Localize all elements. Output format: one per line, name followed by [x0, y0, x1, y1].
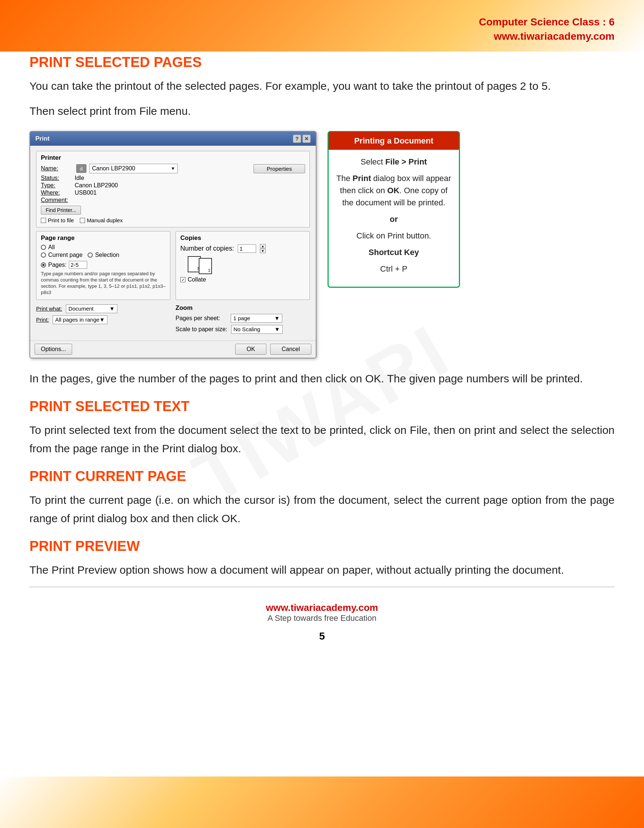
selection-radio[interactable] [88, 252, 93, 257]
options-button[interactable]: Options... [34, 344, 72, 355]
copies-input[interactable] [238, 245, 256, 253]
pages-per-sheet-combo[interactable]: 1 page ▼ [231, 314, 282, 323]
pages-per-sheet-label: Pages per sheet: [175, 315, 227, 321]
dialog-close-btn[interactable]: ✕ [302, 135, 310, 143]
footer-separator [30, 586, 614, 587]
header-title: Computer Science Class : 6 [479, 15, 614, 29]
print-current-para: To print the current page (i.e. on which… [30, 491, 614, 527]
manual-duplex-checkbox[interactable] [80, 218, 85, 223]
pages-per-sheet-arrow-icon: ▼ [274, 315, 280, 321]
print-what-row: Print what: Document ▼ [36, 304, 171, 313]
pages-hint-text: Type page numbers and/or page ranges sep… [41, 271, 166, 296]
current-page-radio[interactable] [41, 252, 46, 257]
name-label: Name: [41, 165, 74, 172]
print-preview-para: The Print Preview option shows how a doc… [30, 561, 614, 579]
current-page-radio-row[interactable]: Current page [41, 252, 82, 258]
section-heading-print-pages: PRINT SELECTED PAGES [30, 55, 614, 70]
section-heading-print-current: PRINT CURRENT PAGE [30, 469, 614, 484]
collate-row[interactable]: Collate [180, 276, 305, 283]
print-dialog[interactable]: Print ? ✕ Printer Name: 🖨 Canon LBP290 [30, 131, 317, 358]
dialog-help-btn[interactable]: ? [293, 135, 301, 143]
info-line1: Select File > Print [335, 156, 452, 168]
printer-name-value: Canon LBP2900 [92, 165, 135, 172]
dialog-title: Print [35, 135, 50, 143]
pages-radio-row[interactable]: Pages: [41, 261, 166, 269]
scale-arrow-icon: ▼ [274, 326, 280, 332]
info-line2: The Print dialog box will appear then cl… [335, 172, 452, 209]
info-or-text: or [335, 213, 452, 225]
page-footer: www.tiwariacademy.com A Step towards fre… [30, 602, 614, 623]
comment-label: Comment: [41, 197, 74, 204]
print-to-file-label[interactable]: Print to file [41, 217, 74, 223]
ok-button[interactable]: OK [235, 344, 266, 355]
print-combo[interactable]: All pages in range ▼ [53, 315, 107, 324]
dialog-footer-right: OK Cancel [235, 344, 311, 355]
copies-label: Copies [180, 234, 305, 242]
print-arrow-icon: ▼ [99, 317, 105, 323]
printer-group-label: Printer [41, 154, 305, 162]
all-radio[interactable] [41, 245, 46, 250]
section-para-2: Then select print from File menu. [30, 102, 614, 120]
scale-value: No Scaling [233, 326, 260, 332]
print-what-value: Document [69, 306, 94, 312]
copies-spinner[interactable]: ▲ ▼ [260, 244, 266, 253]
scale-row: Scale to paper size: No Scaling ▼ [175, 325, 310, 334]
manual-duplex-label[interactable]: Manual duplex [80, 217, 123, 223]
selection-radio-row[interactable]: Selection [88, 252, 119, 258]
copies-row: Number of copies: ▲ ▼ [180, 244, 305, 253]
print-row: Print: All pages in range ▼ [36, 315, 171, 324]
printer-group: Printer Name: 🖨 Canon LBP2900 ▼ Properti… [36, 151, 310, 227]
print-to-file-checkbox[interactable] [41, 218, 46, 223]
print-value: All pages in range [55, 317, 99, 323]
shortcut-key-value: Ctrl + P [335, 263, 452, 275]
print-what-arrow-icon: ▼ [109, 306, 115, 312]
page-number: 5 [30, 630, 614, 642]
zoom-area: Zoom Pages per sheet: 1 page ▼ Scale to … [175, 304, 310, 336]
print-text-para: To print selected text from the document… [30, 421, 614, 458]
after-dialog-text: In the pages, give the number of the pag… [30, 370, 614, 388]
info-box-body: Select File > Print The Print dialog box… [329, 156, 459, 275]
pages-per-sheet-row: Pages per sheet: 1 page ▼ [175, 314, 310, 323]
find-printer-button[interactable]: Find Printer... [41, 206, 81, 215]
where-value: USB001 [75, 190, 305, 196]
all-radio-row[interactable]: All [41, 244, 166, 251]
collate-checkbox[interactable] [180, 277, 185, 282]
selection-label: Selection [95, 252, 119, 258]
print-what-combo[interactable]: Document ▼ [66, 304, 118, 313]
scale-combo[interactable]: No Scaling ▼ [231, 325, 283, 334]
page-range-group: Page range All Current page [36, 231, 171, 300]
cancel-button[interactable]: Cancel [270, 344, 311, 355]
pages-per-sheet-value: 1 page [233, 315, 250, 321]
pages-radio[interactable] [41, 262, 46, 268]
manual-duplex-text: Manual duplex [87, 217, 123, 223]
page-icon-2: 3 [199, 258, 212, 274]
page-range-copies-area: Page range All Current page [36, 231, 310, 304]
spin-down-btn[interactable]: ▼ [260, 249, 266, 253]
printer-combo[interactable]: 🖨 Canon LBP2900 ▼ [76, 164, 251, 173]
spin-up-btn[interactable]: ▲ [260, 244, 266, 248]
comment-value [75, 197, 305, 204]
copies-group: Copies Number of copies: ▲ ▼ 3 [175, 231, 310, 300]
collate-label: Collate [188, 276, 206, 283]
pages-input[interactable] [69, 261, 87, 269]
zoom-label: Zoom [175, 304, 310, 312]
page-range-label: Page range [41, 234, 166, 242]
dialog-footer: Options... OK Cancel [30, 340, 316, 358]
dialog-titlebar: Print ? ✕ [30, 132, 316, 146]
dialog-area: Print ? ✕ Printer Name: 🖨 Canon LBP290 [30, 131, 614, 358]
pages-label: Pages: [48, 262, 67, 268]
titlebar-buttons: ? ✕ [293, 135, 310, 143]
section-heading-print-preview: PRINT PREVIEW [30, 538, 614, 554]
header-website: www.tiwariacademy.com [479, 29, 614, 44]
type-value: Canon LBP2900 [75, 182, 305, 189]
info-box-header: Printing a Document [329, 132, 459, 150]
printer-name-combo[interactable]: Canon LBP2900 ▼ [89, 164, 178, 173]
print-what-area: Print what: Document ▼ Print: All pages … [36, 304, 171, 336]
scale-label: Scale to paper size: [175, 326, 227, 332]
print-label: Print: [36, 317, 49, 323]
type-label: Type: [41, 182, 74, 189]
info-box: Printing a Document Select File > Print … [327, 131, 460, 288]
properties-button[interactable]: Properties [254, 164, 305, 173]
dialog-footer-left: Options... [34, 344, 72, 355]
print-to-file-text: Print to file [48, 217, 74, 223]
